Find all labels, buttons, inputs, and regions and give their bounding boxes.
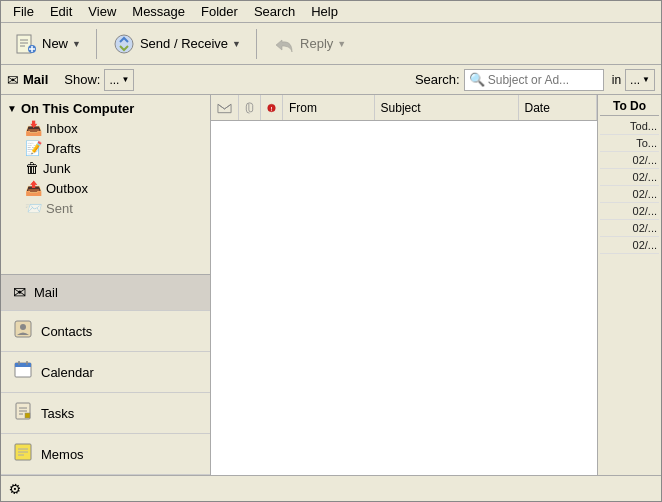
send-receive-dropdown-arrow[interactable]: ▼ bbox=[232, 39, 241, 49]
col-priority-header: ! bbox=[261, 95, 283, 120]
inbox-icon: 📥 bbox=[25, 120, 42, 136]
reply-button[interactable]: Reply ▼ bbox=[263, 27, 355, 61]
col-read-header bbox=[211, 95, 239, 120]
calendar-nav-icon bbox=[13, 360, 33, 384]
contacts-nav-icon bbox=[13, 319, 33, 343]
mail-nav-label: Mail bbox=[34, 285, 58, 300]
show-dropdown-arrow: ▼ bbox=[121, 75, 129, 84]
menu-edit[interactable]: Edit bbox=[42, 2, 80, 21]
email-panel: ! From Subject Date bbox=[211, 95, 597, 475]
nav-item-memos[interactable]: Memos bbox=[1, 434, 210, 475]
section-label: On This Computer bbox=[21, 101, 134, 116]
folder-sent[interactable]: 📨 Sent bbox=[1, 198, 210, 218]
reply-label: Reply bbox=[300, 36, 333, 51]
calendar-nav-label: Calendar bbox=[41, 365, 94, 380]
show-select[interactable]: ... ▼ bbox=[104, 69, 134, 91]
search-icon: 🔍 bbox=[469, 72, 485, 87]
drafts-label: Drafts bbox=[46, 141, 81, 156]
sent-label: Sent bbox=[46, 201, 73, 216]
reply-icon bbox=[272, 32, 296, 56]
tasks-nav-label: Tasks bbox=[41, 406, 74, 421]
statusbar: ⚙ bbox=[1, 475, 661, 501]
sent-icon: 📨 bbox=[25, 200, 42, 216]
nav-item-mail[interactable]: ✉ Mail bbox=[1, 275, 210, 311]
tasks-nav-icon bbox=[13, 401, 33, 425]
new-button[interactable]: New ▼ bbox=[5, 27, 90, 61]
svg-rect-11 bbox=[15, 363, 31, 367]
todo-item-0[interactable]: Tod... bbox=[600, 118, 659, 135]
search-input[interactable] bbox=[488, 73, 588, 87]
folder-outbox[interactable]: 📤 Outbox bbox=[1, 178, 210, 198]
in-label: in bbox=[612, 73, 621, 87]
reply-dropdown-arrow[interactable]: ▼ bbox=[337, 39, 346, 49]
todo-item-5[interactable]: 02/... bbox=[600, 203, 659, 220]
contacts-nav-label: Contacts bbox=[41, 324, 92, 339]
menubar: File Edit View Message Folder Search Hel… bbox=[1, 1, 661, 23]
junk-icon: 🗑 bbox=[25, 160, 39, 176]
memos-nav-label: Memos bbox=[41, 447, 84, 462]
todo-panel: To Do Tod... To... 02/... 02/... 02/... … bbox=[597, 95, 661, 475]
nav-items: ✉ Mail Contacts Calendar bbox=[1, 274, 210, 475]
search-label: Search: bbox=[415, 72, 460, 87]
svg-point-9 bbox=[20, 324, 26, 330]
todo-item-4[interactable]: 02/... bbox=[600, 186, 659, 203]
toolbar2: ✉ Mail Show: ... ▼ Search: 🔍 in ... ▼ bbox=[1, 65, 661, 95]
toolbar2-mail-label: Mail bbox=[23, 72, 48, 87]
toolbar: New ▼ Send / Receive ▼ Reply ▼ bbox=[1, 23, 661, 65]
nav-item-tasks[interactable]: Tasks bbox=[1, 393, 210, 434]
todo-header: To Do bbox=[600, 97, 659, 116]
mail-nav-icon: ✉ bbox=[13, 283, 26, 302]
new-label: New bbox=[42, 36, 68, 51]
on-this-computer-header[interactable]: ▼ On This Computer bbox=[1, 99, 210, 118]
folder-drafts[interactable]: 📝 Drafts bbox=[1, 138, 210, 158]
inbox-label: Inbox bbox=[46, 121, 78, 136]
nav-item-contacts[interactable]: Contacts bbox=[1, 311, 210, 352]
mail-envelope-icon: ✉ bbox=[7, 72, 19, 88]
todo-item-1[interactable]: To... bbox=[600, 135, 659, 152]
email-list bbox=[211, 121, 597, 475]
folder-inbox[interactable]: 📥 Inbox bbox=[1, 118, 210, 138]
show-area: Show: ... ▼ bbox=[64, 69, 134, 91]
collapse-arrow: ▼ bbox=[7, 103, 17, 114]
sidebar: ▼ On This Computer 📥 Inbox 📝 Drafts 🗑 Ju… bbox=[1, 95, 211, 475]
in-select[interactable]: ... ▼ bbox=[625, 69, 655, 91]
svg-text:!: ! bbox=[271, 105, 273, 111]
nav-item-calendar[interactable]: Calendar bbox=[1, 352, 210, 393]
memos-nav-icon bbox=[13, 442, 33, 466]
email-list-header: ! From Subject Date bbox=[211, 95, 597, 121]
folder-tree: ▼ On This Computer 📥 Inbox 📝 Drafts 🗑 Ju… bbox=[1, 95, 210, 274]
menu-message[interactable]: Message bbox=[124, 2, 193, 21]
main-window: File Edit View Message Folder Search Hel… bbox=[0, 0, 662, 502]
status-icon: ⚙ bbox=[5, 478, 26, 499]
svg-rect-18 bbox=[25, 413, 30, 418]
new-icon bbox=[14, 32, 38, 56]
menu-file[interactable]: File bbox=[5, 2, 42, 21]
todo-item-3[interactable]: 02/... bbox=[600, 169, 659, 186]
outbox-icon: 📤 bbox=[25, 180, 42, 196]
menu-search[interactable]: Search bbox=[246, 2, 303, 21]
search-box: 🔍 bbox=[464, 69, 604, 91]
outbox-label: Outbox bbox=[46, 181, 88, 196]
folder-junk[interactable]: 🗑 Junk bbox=[1, 158, 210, 178]
search-area: Search: 🔍 in ... ▼ bbox=[415, 69, 655, 91]
menu-help[interactable]: Help bbox=[303, 2, 346, 21]
toolbar-sep-1 bbox=[96, 29, 97, 59]
in-dropdown-arrow: ▼ bbox=[642, 75, 650, 84]
menu-folder[interactable]: Folder bbox=[193, 2, 246, 21]
new-dropdown-arrow[interactable]: ▼ bbox=[72, 39, 81, 49]
main-content: ▼ On This Computer 📥 Inbox 📝 Drafts 🗑 Ju… bbox=[1, 95, 661, 475]
menu-view[interactable]: View bbox=[80, 2, 124, 21]
todo-item-6[interactable]: 02/... bbox=[600, 220, 659, 237]
col-subject-header[interactable]: Subject bbox=[375, 95, 519, 120]
send-receive-button[interactable]: Send / Receive ▼ bbox=[103, 27, 250, 61]
toolbar-sep-2 bbox=[256, 29, 257, 59]
drafts-icon: 📝 bbox=[25, 140, 42, 156]
col-from-header[interactable]: From bbox=[283, 95, 375, 120]
todo-item-7[interactable]: 02/... bbox=[600, 237, 659, 254]
show-label: Show: bbox=[64, 72, 100, 87]
col-date-header[interactable]: Date bbox=[519, 95, 597, 120]
col-attach-header bbox=[239, 95, 261, 120]
todo-item-2[interactable]: 02/... bbox=[600, 152, 659, 169]
send-receive-icon bbox=[112, 32, 136, 56]
send-receive-label: Send / Receive bbox=[140, 36, 228, 51]
